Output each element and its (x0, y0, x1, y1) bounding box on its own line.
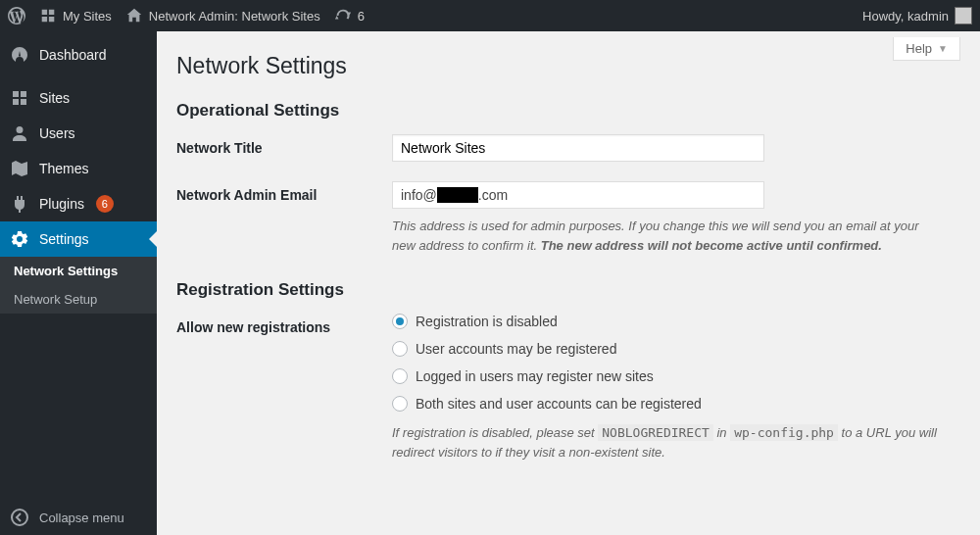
reg-description: If registration is disabled, please set … (392, 423, 941, 462)
submenu-network-setup[interactable]: Network Setup (0, 285, 157, 314)
network-title-label: Network Title (176, 134, 392, 162)
radio-reg-users-label: User accounts may be registered (416, 341, 616, 357)
settings-submenu: Network Settings Network Setup (0, 257, 157, 314)
admin-email-description: This address is used for admin purposes.… (392, 217, 941, 255)
sidebar-item-sites[interactable]: Sites (0, 80, 157, 116)
settings-label: Settings (39, 231, 89, 247)
content-area: Help ▼ Network Settings Operational Sett… (157, 31, 980, 535)
network-admin-link[interactable]: Network Admin: Network Sites (125, 7, 320, 24)
sites-label: Sites (39, 90, 70, 106)
radio-reg-sites-label: Logged in users may register new sites (416, 368, 654, 384)
section-registration: Registration Settings (176, 274, 960, 314)
my-sites-link[interactable]: My Sites (39, 7, 112, 24)
redacted-domain: xx (437, 187, 478, 203)
users-label: Users (39, 125, 75, 141)
network-title-input[interactable] (392, 134, 764, 162)
admin-email-input[interactable]: info@xx.com (392, 181, 764, 209)
howdy-link[interactable]: Howdy, kadmin (862, 7, 972, 24)
avatar (955, 7, 972, 24)
network-admin-label: Network Admin: Network Sites (149, 9, 320, 24)
help-label: Help (906, 41, 932, 56)
dashboard-label: Dashboard (39, 47, 107, 63)
admin-email-label: Network Admin Email (176, 181, 392, 255)
admin-bar: My Sites Network Admin: Network Sites 6 … (0, 0, 980, 31)
themes-icon (10, 159, 29, 178)
sidebar-item-settings[interactable]: Settings (0, 221, 157, 257)
submenu-network-settings[interactable]: Network Settings (0, 257, 157, 285)
settings-icon (10, 229, 29, 249)
page-title: Network Settings (176, 43, 960, 95)
updates-count: 6 (358, 9, 365, 24)
radio-reg-disabled[interactable] (392, 314, 408, 329)
radio-reg-disabled-label: Registration is disabled (416, 314, 558, 329)
wordpress-icon (8, 7, 25, 24)
sites-icon (39, 7, 57, 24)
admin-sidebar: Dashboard Sites Users Themes Plugins 6 S… (0, 31, 157, 535)
allow-reg-label: Allow new registrations (176, 314, 392, 462)
sites-icon (10, 88, 29, 108)
themes-label: Themes (39, 161, 89, 176)
update-icon (334, 7, 352, 24)
radio-reg-sites[interactable] (392, 368, 408, 384)
collapse-icon (10, 508, 29, 527)
collapse-label: Collapse menu (39, 511, 124, 525)
my-sites-label: My Sites (63, 9, 112, 24)
dashboard-icon (10, 45, 29, 65)
chevron-down-icon: ▼ (938, 43, 948, 54)
collapse-menu[interactable]: Collapse menu (0, 500, 157, 535)
help-tab[interactable]: Help ▼ (893, 37, 960, 61)
radio-reg-users[interactable] (392, 341, 408, 357)
sidebar-item-themes[interactable]: Themes (0, 151, 157, 186)
home-icon (125, 7, 143, 24)
howdy-label: Howdy, kadmin (862, 9, 949, 24)
svg-point-0 (12, 510, 27, 525)
radio-reg-both[interactable] (392, 396, 408, 412)
users-icon (10, 123, 29, 143)
sidebar-item-plugins[interactable]: Plugins 6 (0, 186, 157, 221)
section-operational: Operational Settings (176, 95, 960, 134)
plugins-label: Plugins (39, 196, 84, 212)
sidebar-item-users[interactable]: Users (0, 116, 157, 151)
wp-logo[interactable] (8, 7, 25, 24)
updates-link[interactable]: 6 (334, 7, 365, 24)
plugins-icon (10, 194, 29, 214)
sidebar-item-dashboard[interactable]: Dashboard (0, 37, 157, 73)
plugins-badge: 6 (96, 195, 114, 213)
radio-reg-both-label: Both sites and user accounts can be regi… (416, 396, 702, 412)
